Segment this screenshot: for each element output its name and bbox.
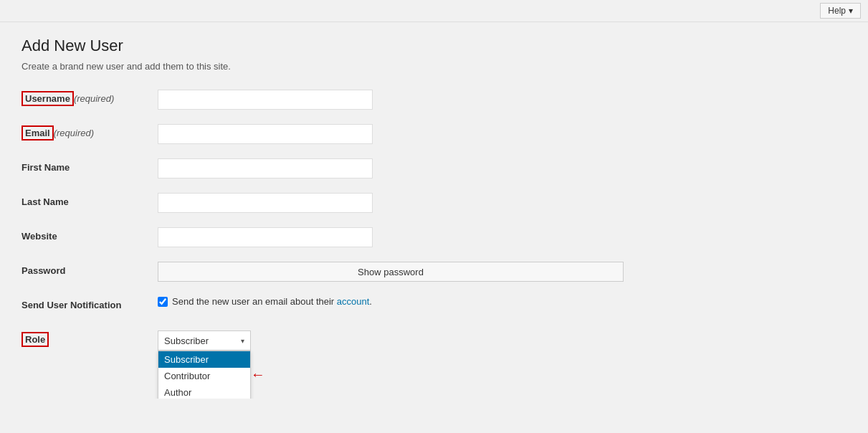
- username-row: Username(required): [22, 90, 624, 111]
- notification-row: Send User Notification Send the new user…: [22, 296, 624, 318]
- show-password-button[interactable]: Show password: [158, 262, 624, 282]
- help-button[interactable]: Help ▾: [820, 3, 861, 19]
- website-field: [158, 227, 624, 247]
- password-row: Password Show password: [22, 262, 624, 283]
- role-option-subscriber[interactable]: Subscriber: [158, 351, 250, 368]
- role-option-contributor[interactable]: Contributor: [158, 368, 250, 384]
- password-field: Show password: [158, 262, 624, 282]
- role-select-display[interactable]: Subscriber ▾: [158, 330, 251, 351]
- firstname-row: First Name: [22, 158, 624, 180]
- role-label-text: Role: [22, 332, 49, 347]
- notification-field: Send the new user an email about their a…: [158, 296, 624, 307]
- role-wrapper: Subscriber ▾ Subscriber Contributor Auth…: [158, 330, 624, 351]
- role-select-wrapper: Subscriber ▾ Subscriber Contributor Auth…: [158, 330, 624, 351]
- help-label: Help: [828, 6, 846, 16]
- lastname-label: Last Name: [22, 193, 158, 207]
- lastname-field: [158, 193, 624, 213]
- lastname-row: Last Name: [22, 193, 624, 214]
- notification-link[interactable]: account: [337, 296, 370, 307]
- email-row: Email(required): [22, 124, 624, 146]
- role-option-author[interactable]: Author: [158, 384, 250, 399]
- website-label: Website: [22, 227, 158, 242]
- email-input[interactable]: [158, 124, 373, 144]
- email-label: Email(required): [22, 124, 158, 138]
- lastname-input[interactable]: [158, 193, 373, 213]
- notification-label: Send User Notification: [22, 296, 158, 310]
- page-subtitle: Create a brand new user and add them to …: [22, 61, 624, 72]
- firstname-field: [158, 158, 624, 179]
- button-row: Add New User ←: [22, 365, 624, 384]
- main-content: Add New User Create a brand new user and…: [0, 22, 645, 399]
- notification-check-row: Send the new user an email about their a…: [158, 296, 624, 307]
- role-field: Subscriber ▾ Subscriber Contributor Auth…: [158, 330, 624, 351]
- email-required: (required): [54, 128, 94, 138]
- notification-checkbox[interactable]: [158, 297, 168, 307]
- role-label: Role: [22, 330, 158, 345]
- email-field: [158, 124, 624, 144]
- username-required: (required): [74, 93, 114, 104]
- role-dropdown-icon: ▾: [241, 337, 244, 345]
- username-label: Username(required): [22, 90, 158, 104]
- username-input[interactable]: [158, 90, 373, 110]
- role-dropdown-list: Subscriber Contributor Author Editor Adm…: [158, 351, 251, 399]
- username-field: [158, 90, 624, 110]
- username-label-text: Username: [22, 91, 74, 106]
- top-bar: Help ▾: [0, 0, 868, 22]
- arrow-pointer-icon: ←: [251, 366, 265, 383]
- website-input[interactable]: [158, 227, 373, 247]
- website-row: Website: [22, 227, 624, 249]
- add-user-form: Username(required) Email(required) First…: [22, 90, 624, 384]
- email-label-text: Email: [22, 125, 54, 141]
- role-row: Role Subscriber ▾ Subscriber Contributor…: [22, 330, 624, 352]
- password-label: Password: [22, 262, 158, 276]
- page-title: Add New User: [22, 37, 624, 55]
- help-chevron-icon: ▾: [849, 6, 853, 16]
- role-selected-value: Subscriber: [164, 336, 209, 346]
- firstname-label: First Name: [22, 158, 158, 173]
- firstname-input[interactable]: [158, 158, 373, 179]
- notification-text: Send the new user an email about their a…: [172, 296, 372, 307]
